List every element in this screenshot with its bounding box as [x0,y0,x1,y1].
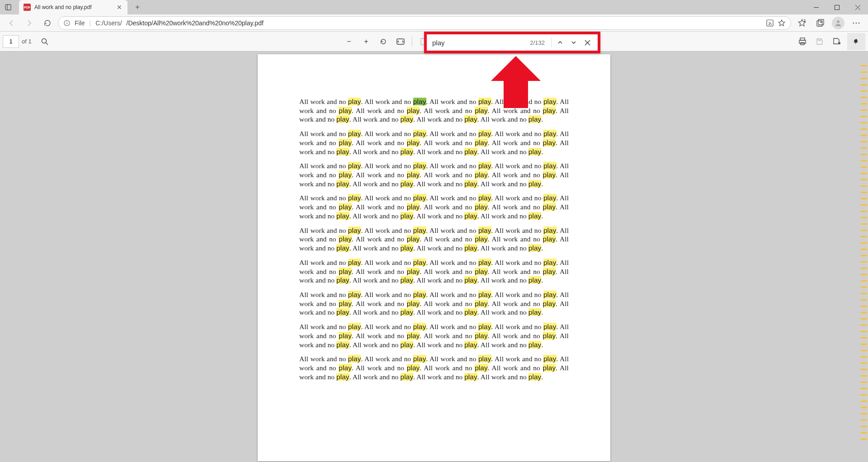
svg-rect-3 [835,5,839,9]
svg-rect-13 [817,21,822,26]
svg-point-19 [856,22,857,24]
save-button[interactable] [811,33,828,50]
close-icon [585,40,590,46]
paragraph: All work and no play. All work and no pl… [299,290,569,317]
svg-point-21 [42,38,46,43]
pin-icon [853,38,859,45]
paragraph: All work and no play. All work and no pl… [299,129,569,156]
minimize-button[interactable] [806,0,826,14]
back-icon [7,19,15,27]
paragraph: All work and no play. All work and no pl… [299,322,569,349]
favorites-icon [798,19,806,27]
tab-actions-icon [5,4,11,10]
pdf-icon: PDF [24,4,31,11]
find-bar: 2/132 [424,32,600,53]
url-path-left: C:/Users/ [95,19,122,27]
svg-point-18 [853,22,854,24]
find-input[interactable] [432,39,525,47]
collections-button[interactable] [812,15,828,31]
pdf-page: All work and no play. All work and no pl… [258,54,610,461]
fit-page-icon [396,38,405,45]
find-close-button[interactable] [580,36,594,49]
url-path-right: /Desktop/All%20work%20and%20no%20play.pd… [127,19,762,27]
paragraph: All work and no play. All work and no pl… [299,226,569,253]
rotate-icon [380,38,387,45]
back-button[interactable] [4,15,19,31]
profile-avatar-icon [832,17,844,29]
find-next-button[interactable] [567,36,580,49]
save-as-icon [833,38,841,46]
browser-tab[interactable]: PDF All work and no play.pdf ✕ [19,0,127,14]
url-scheme: File [75,19,85,27]
maximize-icon [835,5,840,10]
new-tab-button[interactable]: + [130,3,145,11]
refresh-button[interactable] [40,15,55,31]
page-number-input[interactable] [3,35,19,48]
zoom-in-button[interactable]: + [358,33,375,50]
svg-rect-26 [799,40,806,43]
address-input[interactable]: File | C:/Users/ /Desktop/All%20work%20a… [58,16,791,30]
find-separator [551,38,552,47]
fit-page-button[interactable] [392,33,409,50]
paragraph: All work and no play. All work and no pl… [299,193,569,220]
favorites-button[interactable] [794,15,810,31]
refresh-icon [43,19,52,27]
find-previous-button[interactable] [553,36,567,49]
titlebar: PDF All work and no play.pdf ✕ + [0,0,868,14]
paragraph: All work and no play. All work and no pl… [299,258,569,285]
chevron-up-icon [557,39,563,46]
page-count-label: of 1 [22,38,32,45]
window-controls [806,0,868,14]
print-icon [798,38,807,46]
svg-point-17 [837,20,840,23]
svg-rect-0 [5,5,11,10]
tab-actions-button[interactable] [0,0,16,14]
svg-text:あ: あ [768,21,772,26]
zoom-out-button[interactable]: − [340,33,358,50]
svg-rect-25 [800,38,805,40]
close-window-button[interactable] [847,0,868,14]
favorite-icon[interactable] [778,19,785,27]
chevron-down-icon [571,39,577,46]
info-icon [64,20,70,26]
pin-toolbar-button[interactable] [847,33,865,50]
find-count: 2/132 [530,39,545,46]
svg-point-20 [859,22,860,24]
toolbar-separator [412,37,412,47]
scrollbar-marks [861,52,867,462]
menu-button[interactable] [848,15,864,31]
url-separator: | [90,19,91,27]
rotate-button[interactable] [375,33,392,50]
profile-button[interactable] [830,15,846,31]
save-as-button[interactable] [828,33,845,50]
annotation-arrow-icon [491,56,541,108]
paragraph: All work and no play. All work and no pl… [299,354,569,381]
maximize-button[interactable] [826,0,847,14]
address-bar: File | C:/Users/ /Desktop/All%20work%20a… [0,14,868,32]
tab-close-button[interactable]: ✕ [117,4,122,11]
find-button[interactable] [36,33,53,50]
pdf-viewport[interactable]: All work and no play. All work and no pl… [0,52,868,462]
search-icon [41,38,48,45]
paragraph: All work and no play. All work and no pl… [299,161,569,188]
minimize-icon [814,5,819,10]
translate-icon[interactable]: あ [766,19,774,27]
forward-icon [25,19,33,27]
save-icon [816,38,823,45]
menu-icon [852,19,860,27]
close-icon [855,5,860,10]
forward-button[interactable] [22,15,37,31]
collections-icon [816,19,824,27]
tab-title: All work and no play.pdf [34,4,113,10]
svg-line-22 [46,42,48,45]
print-button[interactable] [794,33,811,50]
svg-rect-28 [818,39,821,41]
svg-point-8 [66,21,67,22]
